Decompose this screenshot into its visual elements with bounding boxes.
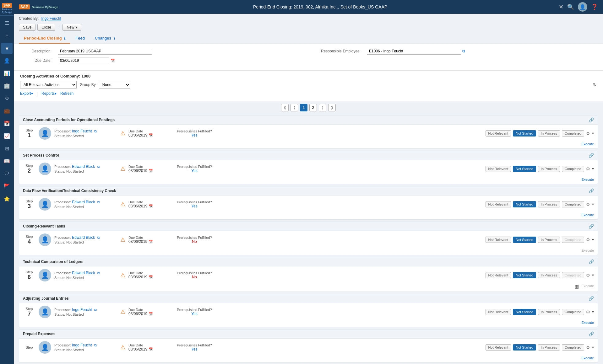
processor-copy-4[interactable]: ⧉ — [97, 236, 100, 239]
prev-page-button[interactable]: ⟨ — [291, 104, 298, 111]
in-process-btn-4[interactable]: In Process — [538, 237, 560, 243]
star-favorite-icon[interactable]: ★ — [1, 43, 13, 54]
processor-name-4[interactable]: Edward Black — [72, 235, 95, 240]
responsible-employee-input[interactable] — [367, 48, 461, 55]
due-date-calendar-icon[interactable]: 📅 — [111, 59, 115, 63]
due-date-cal-4[interactable]: 📅 — [149, 240, 153, 244]
attach-icon-6[interactable]: 🔗 — [589, 296, 594, 301]
attach-icon-1[interactable]: 🔗 — [589, 117, 594, 122]
due-date-input[interactable] — [58, 57, 109, 64]
cog-icon[interactable]: ⚙ — [1, 93, 13, 104]
save-button[interactable]: Save — [19, 24, 35, 31]
building-icon[interactable]: 🏢 — [1, 80, 13, 92]
settings-icon-6[interactable]: ⚙ — [586, 309, 590, 314]
chart-icon[interactable]: 📈 — [1, 131, 13, 142]
attach-icon-7[interactable]: 🔗 — [589, 331, 594, 336]
settings-icon-5[interactable]: ⚙ — [586, 273, 590, 278]
not-started-btn-2[interactable]: Not Started — [513, 166, 536, 172]
tab-period-end-closing[interactable]: Period-End Closing ℹ — [19, 33, 70, 44]
chevron-icon-4[interactable]: ▾ — [592, 238, 594, 242]
settings-icon-3[interactable]: ⚙ — [586, 202, 590, 207]
in-process-btn-7[interactable]: In Process — [538, 344, 560, 351]
home-icon[interactable]: ⌂ — [1, 30, 13, 41]
page-2-button[interactable]: 2 — [309, 104, 317, 111]
due-date-cal-2[interactable]: 📅 — [149, 169, 153, 173]
in-process-btn-2[interactable]: In Process — [538, 166, 560, 172]
table-icon-5[interactable]: ▦ — [575, 284, 579, 289]
in-process-btn-1[interactable]: In Process — [538, 130, 560, 136]
execute-link-3[interactable]: Execute — [581, 213, 594, 217]
due-date-cal-6[interactable]: 📅 — [149, 312, 153, 316]
tab-changes[interactable]: Changes ℹ — [90, 33, 120, 44]
flag-icon[interactable]: 🚩 — [1, 181, 13, 192]
calendar-icon[interactable]: 📅 — [1, 118, 13, 129]
completed-btn-6[interactable]: Completed — [562, 309, 584, 315]
processor-copy-1[interactable]: ⧉ — [94, 129, 97, 133]
in-process-btn-6[interactable]: In Process — [538, 309, 560, 315]
shield-icon[interactable]: 🛡 — [1, 168, 13, 179]
not-relevant-btn-6[interactable]: Not Relevant — [486, 309, 511, 315]
not-relevant-btn-2[interactable]: Not Relevant — [486, 166, 511, 172]
due-date-cal-7[interactable]: 📅 — [149, 347, 153, 351]
tab-feed[interactable]: Feed — [70, 33, 90, 44]
changes-info-icon[interactable]: ℹ — [114, 36, 115, 40]
not-started-btn-5[interactable]: Not Started — [513, 272, 536, 278]
user-avatar[interactable]: 👤 — [578, 2, 587, 12]
settings-icon-1[interactable]: ⚙ — [586, 131, 590, 136]
responsible-employee-copy-icon[interactable]: ⧉ — [462, 49, 465, 53]
chevron-icon-5[interactable]: ▾ — [592, 273, 594, 277]
group-by-filter[interactable]: None — [99, 81, 130, 88]
processor-name-2[interactable]: Edward Black — [72, 164, 95, 169]
not-relevant-btn-7[interactable]: Not Relevant — [486, 344, 511, 351]
attach-icon-3[interactable]: 🔗 — [589, 188, 594, 193]
attach-icon-5[interactable]: 🔗 — [589, 259, 594, 264]
page-1-button[interactable]: 1 — [300, 104, 307, 111]
not-started-btn-7[interactable]: Not Started — [513, 344, 536, 351]
new-button[interactable]: New ▾ — [62, 24, 81, 31]
last-page-button[interactable]: ⟫ — [328, 104, 336, 111]
not-started-btn-1[interactable]: Not Started — [513, 130, 536, 136]
chevron-icon-6[interactable]: ▾ — [592, 310, 594, 314]
in-process-btn-3[interactable]: In Process — [538, 201, 560, 207]
first-page-button[interactable]: ⟪ — [281, 104, 289, 111]
processor-copy-3[interactable]: ⧉ — [97, 200, 100, 204]
activities-filter[interactable]: All Relevant Activities — [20, 81, 77, 88]
processor-name-7[interactable]: Ingo Feucht — [72, 343, 92, 347]
processor-copy-5[interactable]: ⧉ — [97, 271, 100, 275]
filter-refresh-icon[interactable]: ↻ — [593, 82, 597, 87]
completed-btn-7[interactable]: Completed — [562, 344, 584, 351]
chevron-icon-1[interactable]: ▾ — [592, 131, 594, 136]
settings-icon-4[interactable]: ⚙ — [586, 237, 590, 242]
not-relevant-btn-5[interactable]: Not Relevant — [486, 272, 511, 278]
refresh-link[interactable]: Refresh — [60, 91, 73, 96]
not-relevant-btn-3[interactable]: Not Relevant — [486, 201, 511, 207]
chevron-icon-7[interactable]: ▾ — [592, 345, 594, 350]
processor-copy-6[interactable]: ⧉ — [94, 308, 97, 312]
period-end-info-icon[interactable]: ℹ — [64, 36, 65, 40]
attach-icon-4[interactable]: 🔗 — [589, 224, 594, 229]
processor-name-1[interactable]: Ingo Feucht — [72, 129, 92, 133]
chevron-icon-2[interactable]: ▾ — [592, 167, 594, 171]
grid-icon[interactable]: ⊞ — [1, 143, 13, 154]
in-process-btn-5[interactable]: In Process — [538, 272, 560, 278]
processor-name-6[interactable]: Ingo Feucht — [72, 308, 92, 312]
not-relevant-btn-4[interactable]: Not Relevant — [486, 237, 511, 243]
help-icon[interactable]: ❓ — [591, 3, 598, 10]
due-date-cal-3[interactable]: 📅 — [149, 204, 153, 208]
execute-link-1[interactable]: Execute — [581, 142, 594, 146]
completed-btn-1[interactable]: Completed — [562, 130, 584, 136]
close-button[interactable]: Close — [37, 24, 55, 31]
menu-icon[interactable]: ☰ — [1, 18, 13, 29]
settings-icon-7[interactable]: ⚙ — [586, 345, 590, 350]
reports-link[interactable]: Reports▾ — [41, 91, 57, 96]
completed-btn-2[interactable]: Completed — [562, 166, 584, 172]
person-icon[interactable]: 👤 — [1, 55, 13, 67]
next-page-button[interactable]: ⟩ — [319, 104, 326, 111]
processor-copy-7[interactable]: ⧉ — [94, 343, 97, 347]
not-started-btn-4[interactable]: Not Started — [513, 237, 536, 243]
attach-icon-2[interactable]: 🔗 — [589, 153, 594, 158]
processor-name-5[interactable]: Edward Black — [72, 271, 95, 275]
settings-icon-2[interactable]: ⚙ — [586, 166, 590, 171]
processor-copy-2[interactable]: ⧉ — [97, 165, 100, 169]
not-relevant-btn-1[interactable]: Not Relevant — [486, 130, 511, 136]
